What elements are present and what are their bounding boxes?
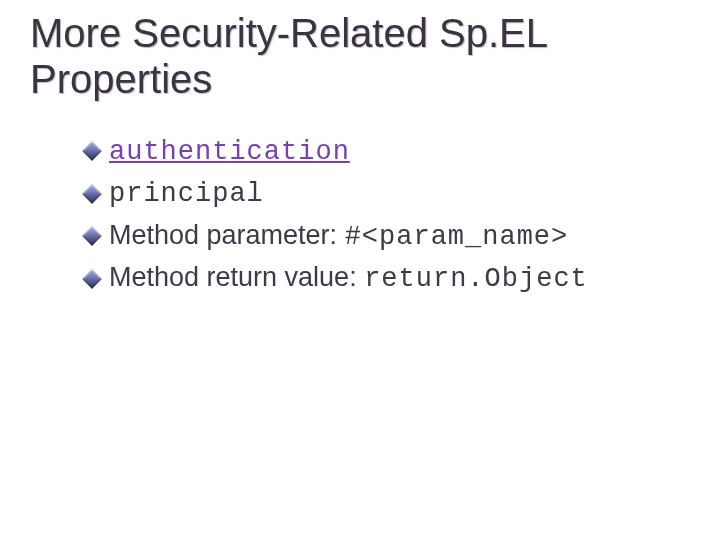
diamond-bullet-icon [82,226,102,246]
diamond-bullet-icon [82,184,102,204]
bullet-code: principal [109,179,264,209]
list-item: Method return value: return.Object [85,259,690,297]
list-item: Method parameter: #<param_name> [85,217,690,255]
bullet-code-link[interactable]: authentication [109,137,350,167]
diamond-bullet-icon [82,141,102,161]
list-item: authentication [85,132,690,170]
list-item: principal [85,174,690,212]
bullet-code: #<param_name> [345,222,569,252]
diamond-bullet-icon [82,269,102,289]
bullet-code: return.Object [364,264,588,294]
slide: More Security-Related Sp.EL Properties a… [0,0,720,540]
slide-body: authentication principal Method paramete… [30,132,690,298]
bullet-prefix: Method parameter: [109,220,345,250]
bullet-prefix: Method return value: [109,262,364,292]
slide-title: More Security-Related Sp.EL Properties [30,10,690,102]
